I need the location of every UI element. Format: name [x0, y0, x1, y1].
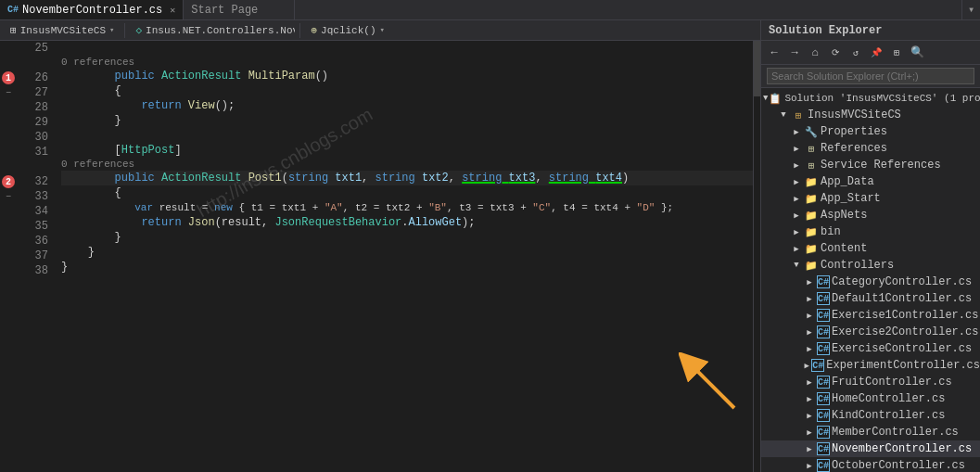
code-editor-area: ⊞ InsusMVCSiteCS ▾ ◇ Insus.NET.Controlle… — [0, 20, 760, 472]
tree-home-controller[interactable]: ▶ C# HomeController.cs — [761, 390, 980, 407]
tree-october-controller[interactable]: ▶ C# OctoberController.cs — [761, 457, 980, 472]
cs-file-icon: C# — [7, 5, 19, 15]
bin-icon: 📁 — [804, 224, 819, 239]
gutter-30 — [0, 130, 17, 145]
app-data-arrow: ▶ — [789, 177, 804, 187]
tree-member-controller[interactable]: ▶ C# MemberController.cs — [761, 424, 980, 440]
collapse-27[interactable]: − — [6, 88, 11, 98]
tree-project[interactable]: ▼ ⊞ InsusMVCSiteCS — [761, 107, 980, 123]
code-line-32: public ActionResult Post1(string txt1, s… — [61, 171, 753, 185]
tree-app-start[interactable]: ▶ 📁 App_Start — [761, 190, 980, 207]
code-line-34: var result = new { t1 = txt1 + "A", t2 =… — [61, 200, 753, 215]
code-content[interactable]: 0 references public ActionResult MultiPa… — [54, 41, 760, 472]
gutter-35 — [0, 219, 17, 234]
project-label: InsusMVCSiteCS — [808, 108, 901, 121]
collapse-33[interactable]: − — [6, 192, 11, 202]
tree-experiment-controller[interactable]: ▶ C# ExperimentController.cs — [761, 357, 980, 374]
tab-november-label: NovemberController.cs — [22, 4, 162, 17]
tree-bin[interactable]: ▶ 📁 bin — [761, 223, 980, 240]
code-ref-hint-2: 0 references — [61, 158, 753, 171]
code-line-38: } — [61, 260, 753, 274]
tree-aspnets[interactable]: ▶ 📁 AspNets — [761, 207, 980, 223]
properties-arrow: ▶ — [789, 127, 804, 137]
ref-hint-1-text: 0 references — [61, 56, 134, 69]
solution-label: Solution 'InsusMVCSiteCS' (1 project) — [784, 93, 980, 104]
tree-app-data[interactable]: ▶ 📁 App_Data — [761, 173, 980, 190]
code-toolbar: ⊞ InsusMVCSiteCS ▾ ◇ Insus.NET.Controlle… — [0, 20, 760, 41]
solution-icon: 📋 — [768, 91, 783, 106]
tree-content[interactable]: ▶ 📁 Content — [761, 240, 980, 257]
tab-close-icon[interactable]: ✕ — [170, 5, 175, 16]
gutter-33: − — [0, 189, 17, 204]
ln-35: 35 — [17, 219, 48, 234]
method-selector[interactable]: ⊕ Jqclick() ▾ — [304, 21, 390, 40]
tree-november-controller[interactable]: ▶ C# NovemberController.cs — [761, 440, 980, 457]
tree-exercise-controller[interactable]: ▶ C# ExerciseController.cs — [761, 340, 980, 357]
references-label: References — [821, 142, 887, 155]
tree-service-references[interactable]: ▶ ⊞ Service References — [761, 157, 980, 173]
default1-arrow: ▶ — [802, 294, 817, 304]
project-selector[interactable]: ⊞ InsusMVCSiteCS ▾ — [4, 21, 121, 40]
class-selector[interactable]: ◇ Insus.NET.Controllers.NovemberControll… — [129, 21, 296, 40]
gutter-ref2 — [0, 159, 17, 174]
october-icon: C# — [817, 459, 830, 472]
tree-exercise1-controller[interactable]: ▶ C# Exercise1Controller.cs — [761, 307, 980, 324]
se-sync-btn[interactable]: ⟳ — [826, 44, 845, 62]
vertical-scrollbar[interactable] — [753, 41, 760, 472]
exercise1-arrow: ▶ — [802, 311, 817, 321]
editor-gutter: 1 − 2 — [0, 41, 17, 472]
se-search-input[interactable] — [767, 68, 974, 84]
solution-explorer-panel: Solution Explorer ← → ⌂ ⟳ ↺ 📌 ⊞ 🔍 ▼ 📋 — [760, 20, 980, 472]
exercise-icon: C# — [817, 342, 830, 355]
tree-kind-controller[interactable]: ▶ C# KindController.cs — [761, 407, 980, 424]
tab-november-controller[interactable]: C# NovemberController.cs ✕ — [0, 0, 184, 19]
scrollbar-thumb[interactable] — [754, 41, 760, 96]
tab-start-page[interactable]: Start Page — [184, 0, 295, 19]
aspnets-icon: 📁 — [804, 208, 819, 223]
tree-solution[interactable]: ▼ 📋 Solution 'InsusMVCSiteCS' (1 project… — [761, 90, 980, 107]
tab-bar: C# NovemberController.cs ✕ Start Page ▾ — [0, 0, 980, 20]
app-data-label: App_Data — [821, 175, 874, 188]
se-home-btn[interactable]: ⌂ — [806, 44, 824, 62]
member-icon: C# — [817, 426, 830, 439]
class-icon: ◇ — [135, 24, 142, 36]
category-label: CategoryController.cs — [832, 275, 972, 288]
exercise1-icon: C# — [817, 309, 830, 322]
tab-dropdown-button[interactable]: ▾ — [961, 0, 980, 19]
member-label: MemberController.cs — [832, 426, 959, 439]
se-toolbar: ← → ⌂ ⟳ ↺ 📌 ⊞ 🔍 — [761, 41, 980, 65]
november-arrow: ▶ — [802, 444, 817, 454]
gutter-28 — [0, 100, 17, 115]
content-label: Content — [821, 242, 867, 255]
fruit-icon: C# — [817, 376, 830, 389]
code-line-26: public ActionResult MultiParam() — [61, 69, 753, 83]
bin-label: bin — [821, 225, 841, 238]
ln-36: 36 — [17, 234, 48, 249]
default1-icon: C# — [817, 292, 830, 305]
project-arrow: ▼ — [776, 110, 791, 120]
se-back-btn[interactable]: ← — [765, 44, 783, 62]
category-arrow: ▶ — [802, 277, 817, 287]
exercise2-icon: C# — [817, 325, 830, 338]
tree-properties[interactable]: ▶ 🔧 Properties — [761, 123, 980, 140]
home-icon: C# — [817, 392, 830, 405]
tree-category-controller[interactable]: ▶ C# CategoryController.cs — [761, 274, 980, 290]
tree-fruit-controller[interactable]: ▶ C# FruitController.cs — [761, 374, 980, 390]
ln-33: 33 — [17, 189, 48, 204]
tree-exercise2-controller[interactable]: ▶ C# Exercise2Controller.cs — [761, 324, 980, 340]
kind-arrow: ▶ — [802, 411, 817, 421]
class-label: Insus.NET.Controllers.NovemberController — [146, 25, 296, 36]
tree-references[interactable]: ▶ ⊞ References — [761, 140, 980, 157]
se-pin-btn[interactable]: 📌 — [867, 44, 885, 62]
tree-controllers[interactable]: ▼ 📁 Controllers — [761, 257, 980, 274]
ln-31: 31 — [17, 145, 48, 159]
se-refresh-btn[interactable]: ↺ — [846, 44, 865, 62]
se-copy-btn[interactable]: ⊞ — [887, 44, 906, 62]
se-search-btn[interactable]: 🔍 — [908, 44, 926, 62]
references-icon: ⊞ — [804, 141, 819, 156]
tree-default1-controller[interactable]: ▶ C# Default1Controller.cs — [761, 290, 980, 307]
controllers-arrow: ▼ — [789, 261, 804, 270]
se-forward-btn[interactable]: → — [785, 44, 804, 62]
code-editor[interactable]: 1 − 2 — [0, 41, 760, 472]
november-label: NovemberController.cs — [832, 442, 972, 455]
